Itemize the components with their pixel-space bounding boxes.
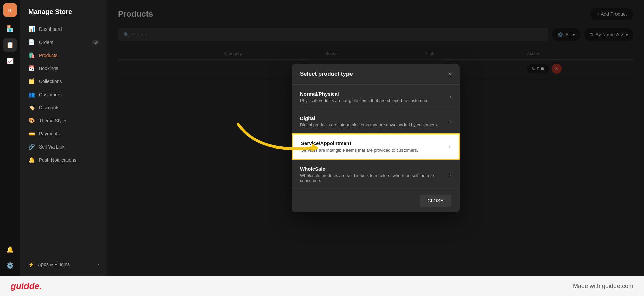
sidebar-item-products[interactable]: 🛍️ Products: [20, 49, 107, 62]
link-icon: 🔗: [28, 143, 35, 150]
bottom-bar: guidde. Made with guidde.com: [0, 276, 644, 296]
sidebar-item-bookings[interactable]: 📅 Bookings: [20, 62, 107, 75]
app-logo[interactable]: n: [3, 3, 17, 17]
option-service-title: Service/Appointment: [301, 140, 418, 146]
collections-icon: 🗂️: [28, 78, 35, 84]
sidebar-item-push-notifications[interactable]: 🔔 Push Notifications: [20, 153, 107, 166]
main-content: Products + Add Product 🔍 Search... ⚙️ Al…: [107, 0, 644, 276]
option-wholesale-desc: Wholesale products are sold in bulk to r…: [300, 173, 450, 183]
option-service-chevron-icon: ›: [449, 143, 450, 150]
customers-icon: 👥: [28, 91, 35, 98]
sidebar-icon-notifications[interactable]: 🔔: [3, 243, 17, 256]
modal-close-footer-button[interactable]: CLOSE: [420, 195, 451, 207]
apps-icon: ⚡: [28, 262, 34, 267]
modal-option-service[interactable]: Service/Appointment Services are intangi…: [292, 133, 460, 160]
guidde-logo: guidde.: [11, 281, 42, 291]
sidebar-icon-store[interactable]: 🏪: [3, 22, 17, 36]
payments-icon: 💳: [28, 130, 35, 137]
sidebar-icon-analytics[interactable]: 📈: [3, 54, 17, 68]
products-icon: 🛍️: [28, 52, 35, 58]
option-digital-title: Digital: [300, 115, 438, 121]
discounts-icon: 🏷️: [28, 104, 35, 111]
option-service-desc: Services are intangible items that are p…: [301, 147, 418, 153]
modal-close-button[interactable]: ×: [448, 71, 451, 78]
sidebar-item-dashboard[interactable]: 📊 Dashboard: [20, 22, 107, 36]
sidebar-icon-orders[interactable]: 📋: [3, 38, 17, 52]
modal-title: Select product type: [300, 71, 353, 77]
modal-header: Select product type ×: [292, 64, 460, 84]
product-type-modal: Select product type × Normal/Physical Ph…: [292, 64, 460, 212]
option-normal-chevron-icon: ›: [450, 94, 451, 100]
modal-option-wholesale[interactable]: WholeSale Wholesale products are sold in…: [292, 160, 460, 189]
option-digital-desc: Digital products are intangible items th…: [300, 122, 438, 127]
modal-overlay[interactable]: Select product type × Normal/Physical Ph…: [107, 0, 644, 276]
option-digital-chevron-icon: ›: [450, 118, 451, 124]
sidebar-item-orders[interactable]: 📄 Orders 0: [20, 36, 107, 49]
modal-option-normal[interactable]: Normal/Physical Physical products are ta…: [292, 84, 460, 109]
option-wholesale-title: WholeSale: [300, 166, 450, 172]
nav-sidebar: Manage Store 📊 Dashboard 📄 Orders 0 🛍️ P…: [20, 0, 107, 276]
dashboard-icon: 📊: [28, 26, 35, 32]
sidebar-item-sell-via-link[interactable]: 🔗 Sell Via Link: [20, 140, 107, 153]
orders-icon: 📄: [28, 39, 35, 45]
push-icon: 🔔: [28, 157, 35, 163]
sidebar-item-discounts[interactable]: 🏷️ Discounts: [20, 101, 107, 114]
sidebar-item-payments[interactable]: 💳 Payments: [20, 127, 107, 140]
modal-footer: CLOSE: [292, 189, 460, 212]
sidebar-item-customers[interactable]: 👥 Customers: [20, 88, 107, 101]
made-with-text: Made with guidde.com: [573, 283, 633, 290]
nav-title: Manage Store: [20, 5, 107, 22]
option-normal-title: Normal/Physical: [300, 91, 430, 97]
bookings-icon: 📅: [28, 65, 35, 71]
option-normal-desc: Physical products are tangible items tha…: [300, 98, 430, 103]
orders-badge: 0: [92, 40, 99, 45]
apps-arrow-icon: ›: [98, 262, 99, 267]
theme-icon: 🎨: [28, 117, 35, 124]
sidebar-item-theme-styles[interactable]: 🎨 Theme Styles: [20, 114, 107, 127]
sidebar-icon-settings[interactable]: ⚙️: [3, 259, 17, 273]
option-wholesale-chevron-icon: ›: [450, 171, 451, 177]
sidebar-item-collections[interactable]: 🗂️ Collections: [20, 75, 107, 88]
modal-option-digital[interactable]: Digital Digital products are intangible …: [292, 109, 460, 133]
icon-sidebar: n 🏪 📋 📈 🔔 ⚙️: [0, 0, 20, 276]
sidebar-item-apps-plugins[interactable]: ⚡ Apps & Plugins ›: [20, 258, 107, 271]
